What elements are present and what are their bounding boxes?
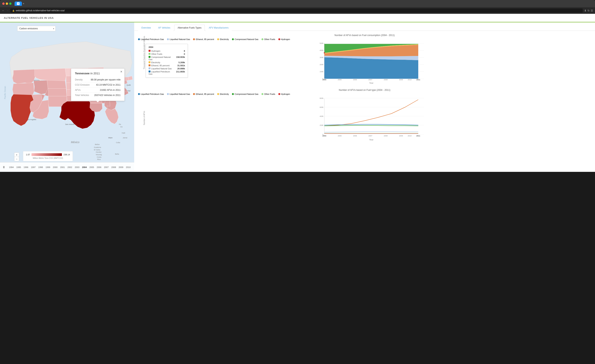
timeline-year-2003[interactable]: 2003 xyxy=(73,166,81,168)
timeline-year-1999[interactable]: 1999 xyxy=(44,166,52,168)
svg-text:2006: 2006 xyxy=(353,135,357,137)
legend-bar: 1.07 238.14 Million Metric Tons CO2 (MMT… xyxy=(23,151,73,161)
chart2-legend-lng: Liquefied Natural Gas xyxy=(167,93,190,95)
legend-lng-dot xyxy=(167,38,169,40)
zoom-out-button[interactable]: − xyxy=(14,157,19,161)
timeline-year-2007[interactable]: 2007 xyxy=(103,166,110,168)
popup-close-button[interactable]: ✕ xyxy=(120,70,122,73)
legend-hydrogen-dot xyxy=(278,38,280,40)
popup-co2-row: CO2 Emission 43.19 MMTCO2 in 2011 xyxy=(75,82,120,88)
svg-text:400k: 400k xyxy=(319,115,323,117)
timeline-year-2010[interactable]: 2010 xyxy=(125,166,132,168)
popup-in-text: in xyxy=(91,72,93,75)
popup-title: Tennessee in 2011 xyxy=(75,72,120,75)
new-tab-button[interactable]: + xyxy=(23,2,24,5)
timeline-year-1998[interactable]: 1998 xyxy=(37,166,44,168)
svg-text:Costa: Costa xyxy=(97,156,101,158)
timeline-year-2006[interactable]: 2006 xyxy=(95,166,103,168)
timeline-year-1996[interactable]: 1996 xyxy=(22,166,29,168)
tab-overview[interactable]: Overview xyxy=(138,25,154,31)
svg-text:2006: 2006 xyxy=(353,79,357,80)
timeline-year-2008[interactable]: 2008 xyxy=(110,166,117,168)
chart2-legend-lpg-label: Liquefied Petroleum Gas xyxy=(141,93,164,95)
timeline-year-2009[interactable]: 2009 xyxy=(117,166,125,168)
chart2-legend-other-label: Other Fuels xyxy=(264,93,275,95)
svg-text:Guatema: Guatema xyxy=(94,146,101,148)
chart1-title: Number of AFVs based on Fuel consumption… xyxy=(138,34,591,37)
svg-text:200k: 200k xyxy=(319,124,323,126)
minimize-button[interactable] xyxy=(6,2,8,5)
map-panel: Carbon emissions AFVs CO2 Emission Densi… xyxy=(0,22,134,172)
timeline-year-2002[interactable]: 2002 xyxy=(66,166,73,168)
charts-area: Number of AFVs based on Fuel consumption… xyxy=(134,31,595,148)
svg-text:2009: 2009 xyxy=(399,79,403,80)
svg-text:Québ: Québ xyxy=(127,84,131,86)
chart2-legend-lng-label: Liquefied Natural Gas xyxy=(170,93,190,95)
map-dropdown[interactable]: Carbon emissions AFVs CO2 Emission Densi… xyxy=(17,26,56,31)
timeline-play-button[interactable]: ⏸ xyxy=(2,166,5,169)
refresh-icon[interactable]: ↻ xyxy=(588,9,590,12)
tooltip-row-electricity: Electricity 5.269k xyxy=(149,61,185,64)
chart1-svg: 0 100k 200k 300k 400k 500k xyxy=(151,42,591,80)
legend-lpg-dot xyxy=(138,38,140,40)
close-button[interactable] xyxy=(2,2,5,5)
legend-lng: Liquefied Natural Gas xyxy=(167,38,190,40)
back-button[interactable]: ← xyxy=(2,9,5,12)
svg-marker-36 xyxy=(324,57,418,79)
svg-text:Jamai: Jamai xyxy=(123,137,127,139)
svg-text:2009: 2009 xyxy=(399,135,403,137)
tooltip-row-hydrogen: Hydrogen 8 xyxy=(149,49,185,52)
legend-other-dot xyxy=(262,38,263,40)
legend-scale: 1.07 238.14 xyxy=(26,153,70,156)
browser-tab[interactable]: $ $ xyxy=(14,1,22,6)
chart1-x-label: Year xyxy=(151,82,591,84)
tab-afv-manufacturers[interactable]: AFV Manufacturers xyxy=(205,25,232,31)
timeline-year-1994[interactable]: 1994 xyxy=(8,166,15,168)
chart2-legend-ethanol-label: Ethanol, 85 percent xyxy=(196,93,214,95)
traffic-lights xyxy=(2,2,12,5)
svg-text:Pacific Ocean: Pacific Ocean xyxy=(4,86,6,99)
chart2-wrapper: Number of AFVs 0 200k xyxy=(138,97,591,141)
svg-text:Re: Re xyxy=(119,123,121,125)
svg-text:Haiti: Haiti xyxy=(122,132,125,134)
tooltip-year: 2004 xyxy=(149,46,185,48)
legend-ethanol: Ethanol, 85 percent xyxy=(193,38,214,40)
forward-button: → xyxy=(6,9,9,12)
nav-right: ⬇ ↻ ☰ xyxy=(584,9,593,12)
chart2-legend: Liquefied Petroleum Gas Liquefied Natura… xyxy=(138,93,591,95)
svg-text:2007: 2007 xyxy=(368,135,372,137)
svg-text:300k: 300k xyxy=(319,56,323,58)
svg-text:100k: 100k xyxy=(319,71,323,73)
map-dropdown-select[interactable]: Carbon emissions AFVs CO2 Emission Densi… xyxy=(17,26,56,31)
timeline-year-1995[interactable]: 1995 xyxy=(15,166,22,168)
tooltip-other-color xyxy=(149,53,150,55)
timeline-year-2004[interactable]: 2004 xyxy=(81,166,88,168)
popup-co2-label: CO2 Emission xyxy=(75,84,90,86)
download-icon[interactable]: ⬇ xyxy=(584,9,586,12)
chart2-legend-hydrogen: Hydrogen xyxy=(278,93,290,95)
legend-ethanol-dot xyxy=(193,38,195,40)
svg-text:México: México xyxy=(71,141,79,144)
menu-icon[interactable]: ☰ xyxy=(591,9,593,12)
legend-hydrogen: Hydrogen xyxy=(278,38,290,40)
tooltip-row-other: Other Fuels 0 xyxy=(149,52,185,56)
timeline-year-2000[interactable]: 2000 xyxy=(52,166,59,168)
url-bar[interactable]: 🔒 websiddu.github.io/alternative-fuel-ve… xyxy=(10,8,583,13)
chart1-y-label: Thousand Gasoline-Equivalent Gallons xyxy=(143,57,145,69)
chart2-legend-electricity-dot xyxy=(217,93,219,95)
app-title: ALTERNATE FUEL VEHICLES IN USA xyxy=(4,16,54,19)
zoom-in-button[interactable]: + xyxy=(14,153,19,157)
chart2-svg: 0 200k 400k 600k 800k xyxy=(151,97,591,137)
timeline-year-2001[interactable]: 2001 xyxy=(59,166,66,168)
svg-text:2008: 2008 xyxy=(384,79,388,80)
timeline-year-1997[interactable]: 1997 xyxy=(29,166,37,168)
tab-af-vehicles[interactable]: AF Vehicles xyxy=(155,25,173,31)
tab-alternative-fuels-types[interactable]: Alternative Fuels Types xyxy=(174,25,205,31)
app-body: Carbon emissions AFVs CO2 Emission Densi… xyxy=(0,22,595,172)
legend-other-label: Other Fuels xyxy=(264,38,275,40)
legend-gradient xyxy=(31,153,62,156)
timeline-year-2005[interactable]: 2005 xyxy=(88,166,95,168)
chart2-legend-ethanol-dot xyxy=(193,93,195,95)
chart1-section: Number of AFVs based on Fuel consumption… xyxy=(138,34,591,84)
fullscreen-button[interactable] xyxy=(9,2,12,5)
